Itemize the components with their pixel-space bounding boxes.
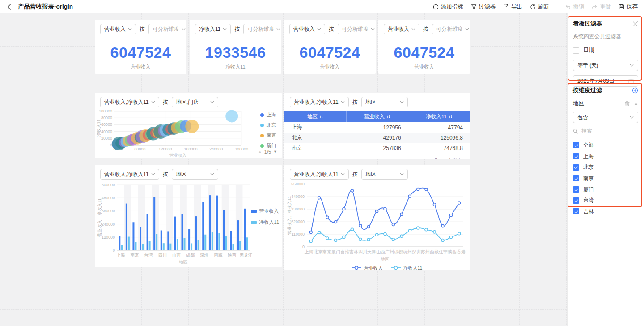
back-button[interactable] [6, 4, 12, 10]
line-point[interactable] [400, 235, 403, 237]
dimension-select[interactable]: 地区,门店 [172, 97, 218, 107]
line-point[interactable] [326, 216, 329, 219]
line-point[interactable] [359, 238, 362, 240]
bar-net[interactable] [218, 233, 220, 250]
export-button[interactable]: 导出 [503, 3, 522, 11]
bar-revenue[interactable] [119, 236, 120, 250]
dimension-select[interactable]: 可分析维度 [338, 24, 376, 34]
line-point[interactable] [334, 221, 337, 223]
date-operator-select[interactable]: 等于 (天) [573, 60, 638, 71]
metric-select[interactable]: 营业收入,净收入11 [100, 97, 159, 107]
checkbox-checked[interactable] [573, 208, 579, 214]
bar-net[interactable] [135, 242, 136, 250]
kpi-card-2[interactable]: 净收入11 按 可分析维度 1933546 净收入11 [190, 20, 281, 74]
legend-item[interactable]: 净收入11 [391, 265, 423, 270]
kpi-card-3[interactable]: 营业收入 按 可分析维度 6047524 营业收入 [284, 20, 376, 74]
add-metric-button[interactable]: 添加指标 [433, 3, 463, 11]
dimension-select[interactable]: 地区 [172, 169, 218, 180]
table-header-cell[interactable]: 地区 [284, 111, 347, 122]
checkbox-checked[interactable] [573, 142, 579, 148]
bar-net[interactable] [233, 244, 234, 250]
dimension-select[interactable]: 地区 [361, 169, 408, 180]
line-point[interactable] [367, 225, 370, 228]
legend-item[interactable]: 厦门 [260, 142, 276, 149]
dimension-option-台湾[interactable]: 台湾 [573, 195, 638, 206]
bar-revenue[interactable] [132, 222, 134, 250]
legend-item[interactable]: 营业收入 [352, 265, 383, 270]
dimension-option-全部[interactable]: 全部 [573, 140, 638, 151]
line-point[interactable] [384, 232, 386, 235]
bar-revenue[interactable] [161, 230, 162, 250]
undo-button[interactable]: 撤销 [565, 3, 584, 11]
checkbox-unchecked[interactable] [573, 47, 579, 54]
dimension-select[interactable]: 可分析维度 [432, 24, 470, 34]
table-row[interactable]: 上海12795647794 [284, 122, 470, 133]
bar-revenue[interactable] [237, 220, 239, 250]
bar-revenue[interactable] [140, 227, 141, 250]
line-point[interactable] [441, 225, 444, 227]
line-point[interactable] [318, 231, 321, 234]
dimension-option-吉林[interactable]: 吉林 [573, 206, 638, 217]
filter-button[interactable]: 过滤器 [471, 3, 496, 11]
kpi-card-4[interactable]: 营业收入 按 可分析维度 6047524 营业收入 [378, 20, 470, 74]
checkbox-checked[interactable] [573, 186, 579, 193]
legend-item[interactable]: 北京 [260, 122, 276, 129]
legend-item[interactable]: 营业收入 [251, 208, 279, 214]
scatter-bubble[interactable] [185, 120, 199, 133]
checkbox-checked[interactable] [573, 164, 579, 171]
checkbox-checked[interactable] [573, 197, 579, 204]
line-point[interactable] [309, 240, 312, 243]
bar-net[interactable] [156, 234, 157, 250]
bar-net[interactable] [239, 241, 241, 250]
metric-select[interactable]: 营业收入 [384, 24, 419, 34]
bar-revenue[interactable] [188, 229, 190, 250]
row-count-link[interactable]: 19 [440, 158, 446, 159]
date-filter-checkbox[interactable]: 日期 [573, 47, 638, 54]
contains-operator-select[interactable]: 包含 [573, 112, 638, 123]
line-point[interactable] [400, 213, 403, 215]
redo-button[interactable]: 重做 [592, 3, 611, 11]
refresh-button[interactable]: 刷新 [530, 3, 549, 11]
dimension-option-北京[interactable]: 北京 [573, 162, 638, 173]
line-point[interactable] [351, 189, 353, 192]
bar-revenue[interactable] [202, 202, 204, 250]
line-point[interactable] [384, 207, 386, 210]
legend-item[interactable]: 净收入11 [251, 219, 279, 226]
metric-select[interactable]: 净收入11 [195, 24, 231, 34]
table-header-cell[interactable]: 营业收入 [347, 111, 409, 122]
bar-net[interactable] [225, 236, 227, 250]
line-point[interactable] [309, 231, 312, 233]
metric-select[interactable]: 营业收入,净收入11 [290, 97, 349, 107]
line-point[interactable] [343, 236, 345, 239]
table-row[interactable]: 北京429176125096.8 [284, 133, 470, 143]
bar-net[interactable] [184, 238, 186, 250]
bar-revenue[interactable] [167, 231, 169, 250]
page-up-icon[interactable]: ▲ [258, 150, 262, 154]
line-point[interactable] [392, 238, 394, 241]
bar-revenue[interactable] [195, 216, 197, 250]
bar-net[interactable] [149, 241, 151, 250]
line-point[interactable] [376, 210, 378, 213]
line-point[interactable] [458, 202, 461, 204]
dimension-select[interactable]: 地区 [361, 97, 408, 107]
line-point[interactable] [433, 203, 436, 206]
line-point[interactable] [408, 229, 411, 232]
scatter-bubble[interactable] [225, 110, 238, 122]
bar-revenue[interactable] [209, 195, 211, 250]
line-point[interactable] [449, 236, 452, 239]
bar-net[interactable] [121, 245, 123, 250]
bar-net[interactable] [204, 235, 206, 250]
line-point[interactable] [417, 227, 419, 229]
line-point[interactable] [376, 233, 378, 236]
trash-icon[interactable] [624, 101, 630, 107]
page-down-icon[interactable]: ▼ [273, 150, 277, 154]
checkbox-checked[interactable] [573, 153, 579, 159]
save-button[interactable]: 保存 [619, 3, 638, 11]
dimension-select[interactable]: 可分析维度 [148, 24, 186, 34]
metric-select[interactable]: 营业收入 [100, 24, 136, 34]
legend-item[interactable]: 南京 [260, 132, 276, 139]
bar-revenue[interactable] [244, 209, 246, 250]
bar-net[interactable] [128, 237, 130, 250]
line-point[interactable] [392, 223, 394, 226]
close-icon[interactable] [632, 21, 638, 27]
